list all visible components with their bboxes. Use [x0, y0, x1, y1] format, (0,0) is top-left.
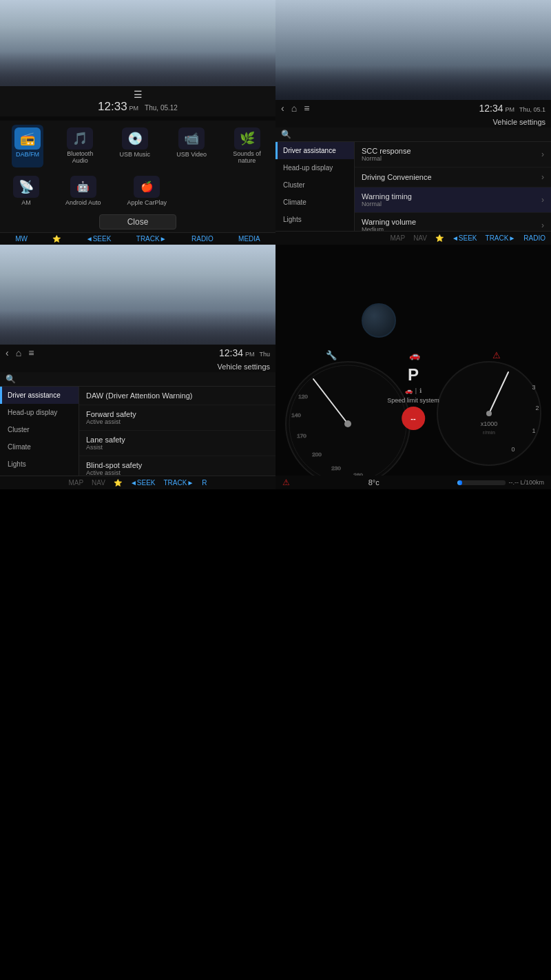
q2-menu-btn[interactable]: ≡	[304, 103, 309, 114]
svg-text:3: 3	[532, 384, 535, 391]
svg-point-16	[486, 411, 492, 416]
bluetooth-audio-item[interactable]: 🎵 BluetoothAudio	[64, 125, 96, 167]
radio-btn[interactable]: RADIO	[191, 235, 214, 243]
usb-music-label: USB Music	[120, 151, 151, 158]
track-fwd-btn[interactable]: TRACK►	[136, 235, 167, 243]
mw-btn[interactable]: MW	[15, 235, 28, 243]
q3-menu-btn[interactable]: ≡	[28, 347, 34, 358]
nav-btn[interactable]: NAV	[413, 234, 427, 242]
map-btn[interactable]: MAP	[390, 234, 405, 242]
q3-bottom-nav: MAP NAV ⭐ ◄SEEK TRACK► R	[0, 476, 276, 489]
settings-row-warning-timing[interactable]: Warning timingNormal ›	[355, 187, 551, 213]
am-item[interactable]: 📡 AM	[10, 173, 42, 209]
q2-settings-title: Vehicle settings	[276, 116, 551, 127]
q1-date: Thu, 05.12	[145, 104, 178, 112]
q3-home-btn[interactable]: ⌂	[16, 347, 21, 358]
q3-back-btn[interactable]: ‹	[6, 347, 9, 358]
q2-time: 12:34	[479, 103, 503, 114]
usb-music-item[interactable]: 💿 USB Music	[117, 125, 154, 167]
q3-sidebar-cluster[interactable]: Cluster	[0, 421, 79, 438]
q3-photo	[0, 245, 276, 345]
q2-date: Thu, 05.1	[519, 106, 545, 113]
seek-btn-q2[interactable]: ◄SEEK	[452, 234, 477, 242]
usb-video-item[interactable]: 📹 USB Video	[174, 125, 209, 167]
settings-row-driving[interactable]: Driving Convenience ›	[355, 167, 551, 187]
carplay-item[interactable]: 🍎 Apple CarPlay	[125, 173, 170, 209]
q3-sidebar-lights[interactable]: Lights	[0, 456, 79, 473]
fuel-consumption-label: --.-- L/100km	[508, 479, 544, 486]
speed-limit-label: Speed limit system	[387, 397, 439, 404]
svg-text:r/min: r/min	[483, 429, 495, 436]
settings-row-lane[interactable]: Lane safety Assist	[79, 431, 276, 456]
q2-topbar: ‹ ⌂ ≡ 12:34 PM Thu, 05.1	[276, 100, 551, 116]
q3-sidebar-climate[interactable]: Climate	[0, 438, 79, 456]
svg-text:2: 2	[535, 405, 539, 411]
q3-track-btn[interactable]: TRACK►	[164, 479, 194, 487]
media-row-1: 📻 DAB/FM 🎵 BluetoothAudio 💿 USB Music 📹 …	[0, 121, 276, 170]
q3-r-btn[interactable]: R	[202, 479, 207, 487]
settings-row-forward[interactable]: Forward safety Active assist	[79, 405, 276, 431]
radio-btn-q2[interactable]: RADIO	[523, 234, 545, 242]
q3-search-row: 🔍	[0, 372, 276, 387]
q2-back-btn[interactable]: ‹	[281, 103, 284, 114]
car-outline-icon: 🚗	[405, 387, 413, 394]
warning-chevron: ›	[541, 195, 544, 205]
sidebar-item-lights[interactable]: Lights	[276, 211, 354, 228]
close-button[interactable]: Close	[99, 214, 177, 229]
carplay-label: Apple CarPlay	[127, 199, 167, 206]
settings-row-blindspot[interactable]: Blind-spot safety Active assist	[79, 456, 276, 476]
q1-time: 12:33	[98, 100, 127, 114]
q3-sidebar-headup[interactable]: Head-up display	[0, 404, 79, 421]
fuel-bar-area: --.-- L/100km	[457, 479, 544, 486]
gear-indicator: P	[408, 365, 419, 385]
star-btn[interactable]: ⭐	[52, 235, 61, 243]
sidebar-item-cluster[interactable]: Cluster	[276, 176, 354, 194]
engine-warning-icon: 🔧	[326, 350, 337, 360]
fav-btn[interactable]: ⭐	[435, 234, 444, 242]
q3-sidebar-driver[interactable]: Driver assistance	[0, 387, 79, 404]
scc-chevron: ›	[541, 150, 544, 159]
dab-fm-item[interactable]: 📻 DAB/FM	[12, 125, 43, 167]
temperature-display: 8°c	[368, 478, 380, 487]
menu-icon[interactable]: ☰	[134, 89, 143, 100]
q1-control-bar: MW ⭐ ◄SEEK TRACK► RADIO MEDIA	[0, 232, 276, 245]
am-label: AM	[21, 199, 31, 206]
person-icon: ⚠	[492, 350, 501, 360]
q3-settings-list: DAW (Driver Attention Warning) Forward s…	[79, 387, 276, 476]
seek-back-btn[interactable]: ◄SEEK	[86, 235, 112, 243]
sidebar-item-driver[interactable]: Driver assistance	[276, 142, 354, 159]
settings-row-warning-volume[interactable]: Warning volumeMedium ›	[355, 213, 551, 231]
settings-row-scc[interactable]: SCC responseNormal ›	[355, 142, 551, 167]
q3-fav-btn[interactable]: ⭐	[114, 479, 122, 487]
sounds-of-nature-item[interactable]: 🌿 Sounds ofnature	[230, 125, 264, 167]
sounds-label: Sounds ofnature	[233, 151, 261, 165]
q4-photo	[276, 245, 551, 345]
android-auto-item[interactable]: 🤖 Android Auto	[63, 173, 104, 209]
media-btn[interactable]: MEDIA	[238, 235, 260, 243]
dab-label: DAB/FM	[16, 151, 39, 158]
speed-limit-circle: --	[402, 407, 425, 430]
q1-topbar: ☰ 12:33 PM Thu, 05.12	[0, 86, 276, 116]
q1-photo	[0, 0, 276, 86]
q3-settings-title: Vehicle settings	[0, 361, 276, 372]
q3-date: Thu	[259, 351, 270, 358]
q3-nav-btn[interactable]: NAV	[92, 479, 105, 487]
q3-map-btn[interactable]: MAP	[68, 479, 83, 487]
q3-content: Driver assistance Head-up display Cluste…	[0, 387, 276, 476]
svg-text:x1000: x1000	[481, 420, 498, 427]
q3-seek-btn[interactable]: ◄SEEK	[130, 479, 156, 487]
settings-row-daw-q3[interactable]: DAW (Driver Attention Warning)	[79, 387, 276, 405]
q2-home-btn[interactable]: ⌂	[291, 103, 297, 114]
q1-time-suffix: PM	[129, 105, 139, 112]
svg-text:140: 140	[291, 412, 301, 418]
svg-text:170: 170	[297, 433, 306, 439]
q2-photo	[276, 0, 551, 100]
q2-settings-list: SCC responseNormal › Driving Convenience…	[355, 142, 551, 231]
sidebar-item-climate[interactable]: Climate	[276, 194, 354, 211]
q2-time-suffix: PM	[505, 106, 514, 113]
track-btn-q2[interactable]: TRACK►	[486, 234, 516, 242]
q3-sidebar: Driver assistance Head-up display Cluste…	[0, 387, 79, 476]
android-label: Android Auto	[65, 199, 101, 206]
driver-assistance-expanded: ‹ ⌂ ≡ 12:34 PM Thu Vehicle settings 🔍 Dr…	[0, 245, 276, 489]
sidebar-item-headup[interactable]: Head-up display	[276, 159, 354, 176]
